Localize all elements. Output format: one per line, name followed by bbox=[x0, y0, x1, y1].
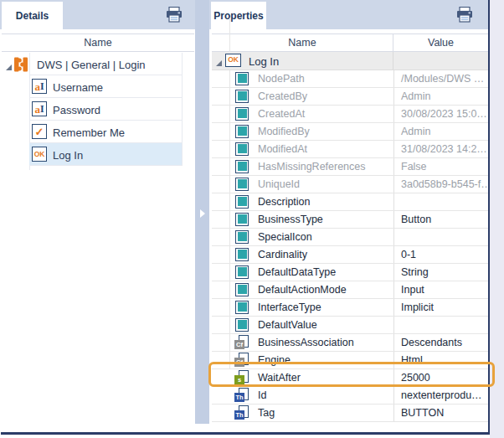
field-icon bbox=[235, 265, 249, 279]
property-row-id[interactable]: ThIdnextenterprodu… bbox=[212, 387, 488, 405]
property-value[interactable]: 0-1 bbox=[393, 246, 488, 263]
details-name-header: Name bbox=[2, 34, 194, 51]
property-name: Cardinality bbox=[258, 249, 307, 260]
property-name: ModifiedBy bbox=[258, 126, 310, 137]
property-value[interactable]: 31/08/2023 14:2… bbox=[393, 141, 488, 157]
property-name: Id bbox=[258, 389, 266, 401]
field-icon bbox=[235, 318, 249, 332]
property-value[interactable]: Admin bbox=[393, 123, 488, 140]
field-icon bbox=[235, 125, 249, 138]
window-right-gutter bbox=[490, 0, 504, 438]
tab-details[interactable]: Details bbox=[2, 2, 63, 29]
tab-properties[interactable]: Properties bbox=[211, 2, 266, 29]
property-value[interactable]: Button bbox=[393, 211, 488, 228]
property-value[interactable] bbox=[393, 193, 488, 210]
property-row-nodepath[interactable]: NodePath/Modules/DWS … bbox=[212, 70, 488, 88]
property-name-cell: BusinessType bbox=[212, 211, 393, 228]
print-icon[interactable] bbox=[455, 7, 474, 23]
property-value[interactable]: 3a0d58b9-b545-f… bbox=[393, 176, 488, 193]
property-value[interactable]: /Modules/DWS … bbox=[393, 70, 488, 87]
expander-icon[interactable] bbox=[215, 58, 223, 70]
property-row-hasmissingreferences[interactable]: HasMissingReferencesFalse bbox=[212, 158, 488, 176]
property-value[interactable]: String bbox=[393, 264, 488, 281]
root-name-cell: OKLog In bbox=[212, 52, 393, 70]
properties-panel: Properties Name Value OKLog InNodePath/M… bbox=[209, 0, 488, 432]
root-item-label: Log In bbox=[249, 54, 279, 67]
theme-doc-icon: Th bbox=[234, 388, 249, 403]
property-value[interactable]: Implicit bbox=[393, 299, 488, 316]
property-value[interactable]: Input bbox=[393, 281, 488, 298]
property-row-defaultvalue[interactable]: DefaultValue bbox=[212, 317, 488, 334]
property-value[interactable] bbox=[393, 229, 488, 245]
checkbox-icon: ✓ bbox=[32, 124, 47, 139]
property-row-businessassociation[interactable]: CfBusinessAssociationDescendants bbox=[212, 334, 488, 352]
property-row-description[interactable]: Description bbox=[212, 193, 488, 211]
property-value[interactable]: 30/08/2023 15:0… bbox=[393, 106, 488, 122]
window-border-bottom bbox=[1, 432, 490, 435]
property-row-engine[interactable]: CfEngineHtml bbox=[212, 352, 488, 369]
tree-item-label: Username bbox=[53, 80, 103, 93]
property-name: ModifiedAt bbox=[258, 143, 307, 155]
tree-item-dws-general-login[interactable]: DWS | General | Login bbox=[2, 53, 182, 75]
property-name-cell: ThTag bbox=[212, 405, 393, 421]
property-name: UniqueId bbox=[258, 178, 300, 190]
property-row-modifiedby[interactable]: ModifiedByAdmin bbox=[212, 123, 488, 141]
property-value[interactable]: 25000 bbox=[393, 369, 488, 386]
property-name-cell: NodePath bbox=[212, 70, 393, 87]
property-row-interfacetype[interactable]: InterfaceTypeImplicit bbox=[212, 299, 488, 317]
tree-item-label: Log In bbox=[53, 148, 83, 161]
property-name: Engine bbox=[258, 354, 291, 366]
property-name: Tag bbox=[258, 407, 275, 419]
property-row-cardinality[interactable]: Cardinality0-1 bbox=[212, 246, 488, 264]
property-value[interactable]: False bbox=[393, 158, 488, 175]
property-name: Description bbox=[258, 196, 311, 208]
property-row-modifiedat[interactable]: ModifiedAt31/08/2023 14:2… bbox=[212, 141, 488, 158]
property-name-cell: sWaitAfter bbox=[212, 369, 393, 386]
ok-button-icon: OK bbox=[32, 147, 47, 162]
splitter-collapse-icon[interactable] bbox=[199, 207, 206, 217]
property-name: BusinessAssociation bbox=[258, 337, 354, 348]
property-value[interactable]: Admin bbox=[393, 88, 488, 105]
tree-item-log-in[interactable]: OKLog In bbox=[2, 143, 182, 166]
field-icon bbox=[235, 213, 249, 226]
property-name-cell: ModifiedBy bbox=[212, 123, 393, 140]
property-value[interactable]: Html bbox=[393, 352, 488, 368]
property-row-createdby[interactable]: CreatedByAdmin bbox=[212, 88, 488, 106]
field-icon bbox=[235, 142, 249, 156]
panel-splitter[interactable] bbox=[195, 0, 209, 424]
property-row-defaultdatatype[interactable]: DefaultDataTypeString bbox=[212, 264, 488, 281]
property-value[interactable]: nextenterprodu… bbox=[393, 387, 488, 404]
field-icon bbox=[235, 248, 249, 261]
property-name-cell: CreatedAt bbox=[212, 106, 393, 122]
config-doc-icon: Cf bbox=[234, 335, 249, 350]
property-value[interactable]: BUTTON bbox=[393, 405, 488, 421]
property-row-uniqueid[interactable]: UniqueId3a0d58b9-b545-f… bbox=[212, 176, 488, 193]
property-name: DefaultActionMode bbox=[258, 284, 347, 296]
property-value[interactable] bbox=[393, 317, 488, 333]
properties-grid: OKLog InNodePath/Modules/DWS …CreatedByA… bbox=[212, 52, 488, 422]
property-root-row-log-in[interactable]: OKLog In bbox=[212, 52, 488, 70]
property-name: DefaultDataType bbox=[258, 266, 336, 278]
property-row-defaultactionmode[interactable]: DefaultActionModeInput bbox=[212, 281, 488, 299]
tree-item-password[interactable]: aIPassword bbox=[2, 98, 182, 121]
expander-icon[interactable] bbox=[5, 61, 13, 74]
print-icon[interactable] bbox=[165, 7, 183, 23]
property-row-tag[interactable]: ThTagBUTTON bbox=[212, 405, 488, 422]
property-name: InterfaceType bbox=[258, 301, 321, 313]
property-row-waitafter[interactable]: sWaitAfter25000 bbox=[212, 369, 488, 387]
property-row-specialicon[interactable]: SpecialIcon bbox=[212, 229, 488, 246]
details-panel: Details Name DWS | General | LoginaIUser… bbox=[0, 0, 195, 432]
property-row-businesstype[interactable]: BusinessTypeButton bbox=[212, 211, 488, 229]
property-value[interactable]: Descendants bbox=[393, 334, 488, 351]
property-row-createdat[interactable]: CreatedAt30/08/2023 15:0… bbox=[212, 106, 488, 123]
field-icon bbox=[235, 90, 249, 103]
tree-item-label: Remember Me bbox=[53, 126, 125, 138]
property-name: DefaultValue bbox=[258, 319, 317, 331]
field-icon bbox=[235, 301, 249, 314]
property-name-cell: ThId bbox=[212, 387, 393, 404]
tree-item-remember-me[interactable]: ✓Remember Me bbox=[2, 121, 182, 143]
app-window: Details Name DWS | General | LoginaIUser… bbox=[0, 0, 504, 438]
property-name-cell: DefaultValue bbox=[212, 317, 393, 333]
tree-item-username[interactable]: aIUsername bbox=[2, 75, 182, 98]
config-doc-icon: Cf bbox=[234, 353, 249, 368]
